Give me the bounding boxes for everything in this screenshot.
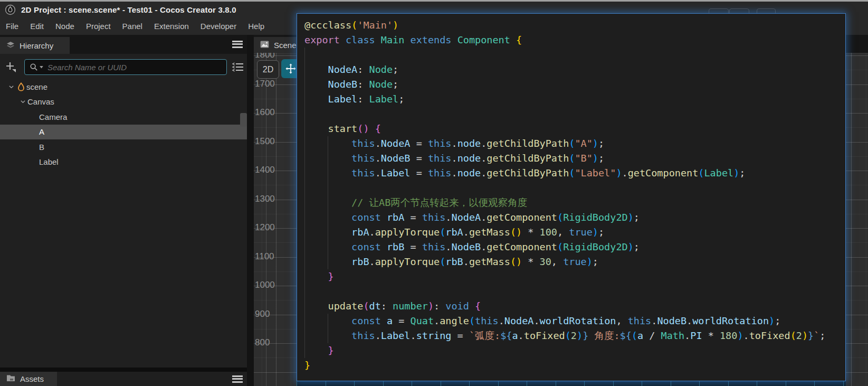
ruler-label: 800 bbox=[255, 337, 270, 348]
hamburger-icon bbox=[232, 41, 243, 48]
hierarchy-panel: Hierarchy sceneCanvasCameraABLabel bbox=[0, 35, 247, 386]
code-line: NodeB: Node; bbox=[304, 77, 845, 92]
tree-item-label: Canvas bbox=[27, 97, 54, 106]
code-line: this.Label.string = `弧度:${a.toFixed(2)} … bbox=[304, 328, 845, 343]
hamburger-icon bbox=[232, 375, 243, 383]
hierarchy-tabstrip: Hierarchy bbox=[0, 35, 247, 54]
ruler-label: 1100 bbox=[255, 251, 274, 262]
menu-edit[interactable]: Edit bbox=[24, 22, 50, 31]
move-icon bbox=[285, 63, 297, 74]
ruler-label: 1500 bbox=[255, 136, 275, 147]
chevron-spacer bbox=[30, 128, 39, 136]
add-node-button[interactable] bbox=[4, 60, 17, 73]
chevron-spacer bbox=[30, 143, 39, 150]
code-line: rbA.applyTorque(rbA.getMass() * 100, tru… bbox=[304, 225, 845, 240]
code-line: rbB.applyTorque(rbB.getMass() * 30, true… bbox=[304, 255, 845, 269]
menu-extension[interactable]: Extension bbox=[148, 22, 195, 31]
hierarchy-scrollbar-thumb[interactable] bbox=[240, 113, 247, 127]
ruler-label: 1000 bbox=[255, 280, 275, 290]
tree-item-camera[interactable]: Camera bbox=[0, 109, 247, 125]
chevron-spacer bbox=[30, 113, 39, 120]
tree-item-label: Camera bbox=[39, 112, 67, 121]
tree-item-label: B bbox=[39, 143, 44, 152]
tree-item-b[interactable]: B bbox=[0, 139, 247, 155]
window-title: 2D Project : scene.scene* - Test01 - Coc… bbox=[21, 5, 236, 14]
tree-item-label: scene bbox=[26, 82, 47, 91]
code-line: } bbox=[304, 343, 845, 358]
code-line: start() { bbox=[304, 121, 845, 136]
cocos-creator-window: 2D Project : scene.scene* - Test01 - Coc… bbox=[0, 0, 868, 386]
assets-tab[interactable]: Assets bbox=[0, 372, 57, 386]
ruler-label: 1300 bbox=[255, 194, 275, 204]
canvas-grid-strip bbox=[297, 381, 846, 386]
chevron-spacer bbox=[30, 158, 39, 166]
code-line: const rbA = this.NodeA.getComponent(Rigi… bbox=[304, 210, 845, 225]
tree-item-a[interactable]: A bbox=[0, 125, 247, 140]
menu-node[interactable]: Node bbox=[50, 22, 80, 31]
ruler-label: 1400 bbox=[255, 165, 275, 175]
filter-icon bbox=[232, 62, 244, 72]
menu-help[interactable]: Help bbox=[242, 22, 270, 31]
hierarchy-toolbar bbox=[0, 54, 247, 79]
filter-button[interactable] bbox=[232, 62, 244, 72]
code-line: export class Main extends Component { bbox=[304, 33, 845, 48]
tree-item-label: A bbox=[39, 127, 44, 136]
code-line: Label: Label; bbox=[304, 92, 845, 107]
tree-item-canvas[interactable]: Canvas bbox=[0, 95, 247, 110]
code-line bbox=[304, 48, 845, 62]
indent-guide bbox=[304, 48, 305, 358]
chevron-down-icon[interactable] bbox=[18, 98, 27, 106]
code-line: // 让AB两个节点转起来，以便观察角度 bbox=[304, 195, 845, 210]
tree-item-label: Label bbox=[39, 157, 59, 166]
menu-project[interactable]: Project bbox=[80, 22, 117, 31]
code-line bbox=[304, 284, 845, 299]
cocos-logo-icon bbox=[5, 4, 16, 15]
code-line bbox=[304, 181, 845, 195]
tree-item-label[interactable]: Label bbox=[0, 155, 247, 170]
ruler-label: 1800 bbox=[255, 53, 275, 60]
code-line: const a = Quat.angle(this.NodeA.worldRot… bbox=[304, 314, 845, 328]
code-line: this.NodeB = this.node.getChildByPath("B… bbox=[304, 151, 845, 166]
ruler-label: 1200 bbox=[255, 222, 275, 233]
indent-guide bbox=[328, 314, 328, 343]
assets-tab-label: Assets bbox=[20, 374, 44, 383]
assets-menu-button[interactable] bbox=[232, 375, 243, 383]
code-line: } bbox=[304, 269, 845, 284]
hierarchy-menu-button[interactable] bbox=[232, 41, 243, 48]
ruler-label: 1700 bbox=[255, 79, 275, 89]
code-line: update(dt: number): void { bbox=[304, 299, 845, 314]
ruler-label: 900 bbox=[255, 309, 270, 319]
mode-2d-button[interactable]: 2D bbox=[257, 60, 279, 79]
panel-divider-vertical[interactable] bbox=[247, 35, 254, 386]
search-icon bbox=[30, 63, 43, 72]
menu-panel[interactable]: Panel bbox=[117, 22, 148, 31]
folder-icon bbox=[6, 374, 15, 383]
code-line: @ccclass('Main') bbox=[304, 18, 845, 33]
code-line: this.Label = this.node.getChildByPath("L… bbox=[304, 166, 845, 181]
indent-guide bbox=[328, 136, 328, 269]
plus-icon bbox=[4, 60, 17, 73]
layers-icon bbox=[6, 41, 15, 50]
code-editor[interactable]: @ccclass('Main')export class Main extend… bbox=[297, 13, 846, 381]
code-line: NodeA: Node; bbox=[304, 62, 845, 77]
code-line bbox=[304, 107, 845, 121]
hierarchy-tab[interactable]: Hierarchy bbox=[0, 37, 70, 54]
menu-file[interactable]: File bbox=[0, 22, 24, 31]
panel-divider[interactable] bbox=[0, 368, 247, 372]
code-line: const rbB = this.NodeB.getComponent(Rigi… bbox=[304, 240, 845, 255]
tree-item-scene[interactable]: scene bbox=[0, 79, 247, 95]
scene-tab-label: Scene bbox=[274, 41, 297, 50]
ruler-label: 1600 bbox=[255, 107, 275, 118]
code-line: this.NodeA = this.node.getChildByPath("A… bbox=[304, 136, 845, 151]
image-icon bbox=[260, 41, 269, 50]
search-box bbox=[24, 59, 227, 75]
code-line: } bbox=[304, 358, 845, 373]
assets-panel-bar: Assets bbox=[0, 372, 247, 386]
menubar: FileEditNodeProjectPanelExtensionDevelop… bbox=[0, 17, 270, 35]
chevron-down-icon[interactable] bbox=[6, 83, 16, 90]
menu-developer[interactable]: Developer bbox=[195, 22, 242, 31]
flame-icon bbox=[16, 82, 26, 91]
hierarchy-tree: sceneCanvasCameraABLabel bbox=[0, 79, 247, 170]
search-input[interactable] bbox=[46, 62, 222, 72]
hierarchy-tab-label: Hierarchy bbox=[20, 41, 53, 50]
